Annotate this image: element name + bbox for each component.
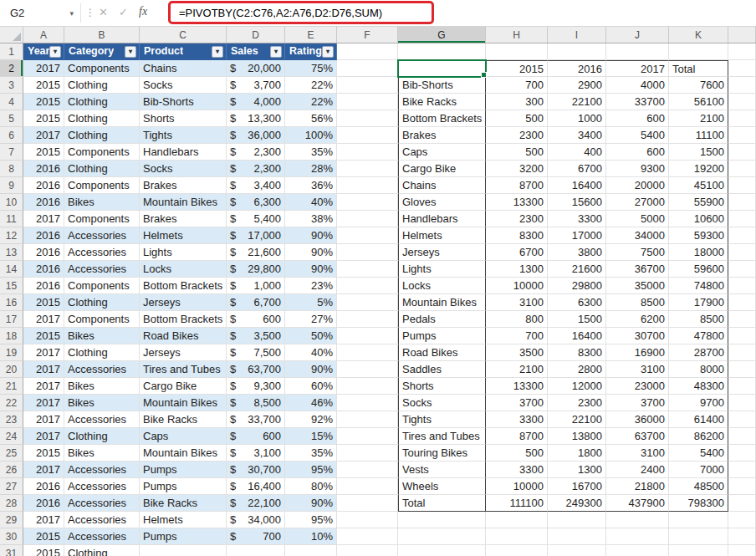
cell-G26[interactable]: Vests — [398, 462, 486, 478]
row-header-9[interactable]: 9 — [0, 177, 23, 194]
cell-C31[interactable] — [140, 545, 227, 556]
cell-partial1[interactable] — [728, 43, 756, 60]
cell-I24[interactable]: 13800 — [548, 428, 606, 445]
cell-D1[interactable]: Sales▾ — [227, 43, 285, 60]
cell-E11[interactable]: 38% — [285, 211, 337, 227]
cell-J18[interactable]: 30700 — [606, 328, 669, 344]
cell-I25[interactable]: 1800 — [548, 445, 606, 462]
cell-I15[interactable]: 29800 — [548, 278, 606, 294]
cell-D26[interactable]: $30,700 — [227, 462, 285, 478]
cell-G15[interactable]: Locks — [398, 278, 486, 294]
cell-E7[interactable]: 35% — [285, 144, 337, 161]
cell-partial18[interactable] — [728, 328, 756, 344]
cell-H7[interactable]: 500 — [486, 144, 548, 161]
cell-J30[interactable] — [606, 528, 669, 545]
cell-A18[interactable]: 2015 — [23, 328, 64, 344]
cell-A27[interactable]: 2016 — [23, 478, 64, 495]
cell-F6[interactable] — [337, 127, 398, 144]
cell-D20[interactable]: $63,700 — [227, 361, 285, 378]
cell-D19[interactable]: $7,500 — [227, 344, 285, 361]
cell-partial11[interactable] — [728, 211, 756, 227]
cell-I28[interactable]: 249300 — [548, 495, 606, 512]
cell-H13[interactable]: 6700 — [486, 244, 548, 261]
cell-I27[interactable]: 16700 — [548, 478, 606, 495]
cell-D17[interactable]: $600 — [227, 311, 285, 328]
cell-F16[interactable] — [337, 294, 398, 311]
cell-G22[interactable]: Socks — [398, 395, 486, 411]
cell-C28[interactable]: Bike Racks — [140, 495, 227, 512]
row-header-3[interactable]: 3 — [0, 77, 23, 94]
cell-G23[interactable]: Tights — [398, 411, 486, 428]
cell-H30[interactable] — [486, 528, 548, 545]
cell-G2[interactable] — [398, 60, 486, 77]
cell-G17[interactable]: Pedals — [398, 311, 486, 328]
cell-E10[interactable]: 40% — [285, 194, 337, 211]
cell-B10[interactable]: Bikes — [64, 194, 140, 211]
cell-J8[interactable]: 9300 — [606, 161, 669, 177]
cell-H21[interactable]: 13300 — [486, 378, 548, 395]
row-header-14[interactable]: 14 — [0, 261, 23, 278]
cell-G12[interactable]: Helmets — [398, 227, 486, 244]
cell-A10[interactable]: 2016 — [23, 194, 64, 211]
cell-E31[interactable] — [285, 545, 337, 556]
select-all-corner[interactable] — [0, 27, 23, 43]
cell-D30[interactable]: $700 — [227, 528, 285, 545]
cell-B12[interactable]: Accessories — [64, 227, 140, 244]
cell-B13[interactable]: Accessories — [64, 244, 140, 261]
cell-I7[interactable]: 400 — [548, 144, 606, 161]
cell-A15[interactable]: 2016 — [23, 278, 64, 294]
cell-J1[interactable] — [606, 43, 669, 60]
cell-I22[interactable]: 2300 — [548, 395, 606, 411]
row-header-24[interactable]: 24 — [0, 428, 23, 445]
cell-C21[interactable]: Cargo Bike — [140, 378, 227, 395]
row-header-18[interactable]: 18 — [0, 328, 23, 344]
cell-D15[interactable]: $1,000 — [227, 278, 285, 294]
cell-H12[interactable]: 8300 — [486, 227, 548, 244]
insert-function-icon[interactable]: fx — [139, 5, 147, 18]
filter-dropdown-icon[interactable]: ▾ — [125, 46, 136, 58]
cell-E5[interactable]: 56% — [285, 110, 337, 127]
cell-B1[interactable]: Category▾ — [64, 43, 140, 60]
cell-partial3[interactable] — [728, 77, 756, 94]
cell-F24[interactable] — [337, 428, 398, 445]
cell-H4[interactable]: 300 — [486, 94, 548, 110]
cell-H10[interactable]: 13300 — [486, 194, 548, 211]
cell-K19[interactable]: 28700 — [669, 344, 728, 361]
cell-G20[interactable]: Saddles — [398, 361, 486, 378]
cell-F27[interactable] — [337, 478, 398, 495]
cell-A11[interactable]: 2017 — [23, 211, 64, 227]
row-header-8[interactable]: 8 — [0, 161, 23, 177]
cell-G4[interactable]: Bike Racks — [398, 94, 486, 110]
cell-E6[interactable]: 100% — [285, 127, 337, 144]
cell-A14[interactable]: 2016 — [23, 261, 64, 278]
cell-partial17[interactable] — [728, 311, 756, 328]
cell-G3[interactable]: Bib-Shorts — [398, 77, 486, 94]
cell-C18[interactable]: Road Bikes — [140, 328, 227, 344]
cell-J3[interactable]: 4000 — [606, 77, 669, 94]
row-header-6[interactable]: 6 — [0, 127, 23, 144]
row-header-17[interactable]: 17 — [0, 311, 23, 328]
cell-partial9[interactable] — [728, 177, 756, 194]
cell-E2[interactable]: 75% — [285, 60, 337, 77]
cell-J25[interactable]: 3100 — [606, 445, 669, 462]
cell-G27[interactable]: Wheels — [398, 478, 486, 495]
row-header-27[interactable]: 27 — [0, 478, 23, 495]
cell-K18[interactable]: 47800 — [669, 328, 728, 344]
cell-D12[interactable]: $17,000 — [227, 227, 285, 244]
cell-B8[interactable]: Clothing — [64, 161, 140, 177]
cell-B31[interactable]: Clothing — [64, 545, 140, 556]
cell-G13[interactable]: Jerseys — [398, 244, 486, 261]
row-header-15[interactable]: 15 — [0, 278, 23, 294]
cell-K11[interactable]: 10600 — [669, 211, 728, 227]
cell-K30[interactable] — [669, 528, 728, 545]
cell-C19[interactable]: Jerseys — [140, 344, 227, 361]
cell-D25[interactable]: $3,100 — [227, 445, 285, 462]
cell-E26[interactable]: 95% — [285, 462, 337, 478]
cell-J16[interactable]: 8500 — [606, 294, 669, 311]
cell-C4[interactable]: Bib-Shorts — [140, 94, 227, 110]
row-header-13[interactable]: 13 — [0, 244, 23, 261]
column-header-H[interactable]: H — [486, 27, 548, 43]
cell-partial19[interactable] — [728, 344, 756, 361]
cell-J22[interactable]: 3700 — [606, 395, 669, 411]
cell-C30[interactable]: Pumps — [140, 528, 227, 545]
